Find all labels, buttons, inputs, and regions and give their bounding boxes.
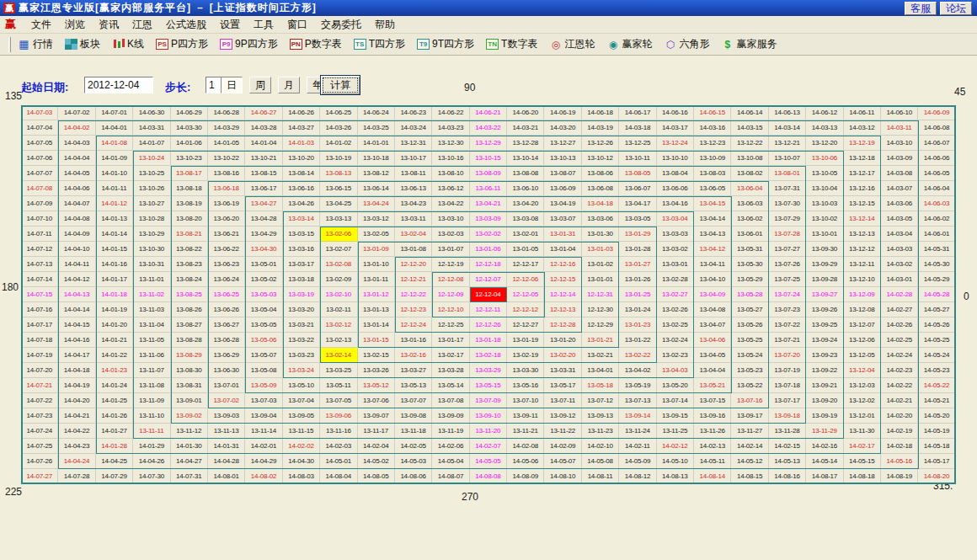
grid-cell[interactable]: 13-06-02 [731,211,768,227]
toolbar-item-P四方形[interactable]: PSP四方形 [156,37,208,51]
grid-cell[interactable]: 13-01-10 [358,257,395,272]
grid-cell[interactable]: 13-12-12 [844,242,881,257]
grid-cell[interactable]: 13-05-01 [245,257,282,272]
grid-cell[interactable]: 12-12-07 [470,272,507,287]
grid-cell[interactable]: 13-01-22 [619,333,656,348]
grid-cell[interactable]: 13-02-04 [395,227,432,242]
grid-cell[interactable]: 14-01-12 [96,196,133,211]
grid-cell[interactable]: 13-11-13 [208,424,245,439]
start-date-input[interactable] [84,77,153,93]
grid-cell[interactable]: 13-01-26 [619,272,656,287]
grid-cell[interactable]: 13-10-18 [358,151,395,166]
grid-cell[interactable]: 14-06-29 [171,105,208,120]
grid-cell[interactable]: 13-11-19 [432,424,469,439]
grid-cell[interactable]: 13-08-07 [544,166,581,181]
grid-cell[interactable]: 13-04-18 [582,196,619,211]
grid-cell[interactable]: 14-08-07 [432,469,469,484]
grid-cell[interactable]: 14-05-20 [918,408,955,424]
grid-cell[interactable]: 14-06-02 [918,211,955,227]
grid-cell[interactable]: 13-10-28 [133,211,170,227]
grid-cell[interactable]: 13-12-21 [769,136,806,151]
grid-cell[interactable]: 14-06-14 [731,105,768,120]
grid-cell[interactable]: 13-05-16 [507,378,544,393]
grid-cell[interactable]: 13-04-21 [470,196,507,211]
grid-cell[interactable]: 14-04-14 [58,302,95,317]
grid-cell[interactable]: 13-01-19 [507,333,544,348]
grid-cell[interactable]: 13-04-05 [694,348,731,363]
grid-cell[interactable]: 12-12-11 [470,302,507,317]
grid-cell[interactable]: 14-03-06 [881,196,918,211]
grid-cell[interactable]: 13-05-04 [245,302,282,317]
grid-cell[interactable]: 12-12-15 [544,272,581,287]
grid-cell[interactable]: 13-12-15 [844,196,881,211]
grid-cell[interactable]: 13-03-06 [582,211,619,227]
grid-cell[interactable]: 13-08-20 [171,211,208,227]
grid-cell[interactable]: 13-03-01 [657,257,694,272]
grid-cell[interactable]: 14-06-22 [432,105,469,120]
grid-cell[interactable]: 14-01-19 [96,302,133,317]
grid-cell[interactable]: 13-03-17 [283,257,320,272]
grid-cell[interactable]: 13-11-30 [844,424,881,439]
grid-cell[interactable]: 13-06-11 [470,181,507,196]
grid-cell[interactable]: 14-01-02 [320,136,357,151]
grid-cell[interactable]: 13-11-01 [133,272,170,287]
grid-cell[interactable]: 14-05-31 [918,242,955,257]
grid-cell[interactable]: 13-02-28 [657,272,694,287]
grid-cell[interactable]: 13-04-24 [358,196,395,211]
grid-cell[interactable]: 14-08-20 [918,469,955,484]
grid-cell[interactable]: 14-06-09 [918,105,955,120]
grid-cell[interactable]: 13-04-20 [507,196,544,211]
grid-cell[interactable]: 13-09-27 [806,287,843,302]
grid-cell[interactable]: 13-04-19 [544,196,581,211]
grid-cell[interactable]: 13-11-16 [320,424,357,439]
grid-cell[interactable]: 14-01-25 [96,393,133,408]
grid-cell[interactable]: 14-06-10 [881,105,918,120]
grid-cell[interactable]: 13-07-03 [245,393,282,408]
grid-cell[interactable]: 14-02-16 [806,439,843,454]
grid-cell[interactable]: 13-03-13 [320,211,357,227]
grid-cell[interactable]: 14-03-13 [806,120,843,136]
grid-cell[interactable]: 13-08-22 [171,242,208,257]
grid-cell[interactable]: 14-07-22 [21,393,58,408]
grid-cell[interactable]: 13-10-06 [806,151,843,166]
grid-cell[interactable]: 13-04-02 [619,363,656,378]
grid-cell[interactable]: 14-05-29 [918,272,955,287]
grid-cell[interactable]: 13-02-07 [320,242,357,257]
grid-cell[interactable]: 14-02-22 [881,378,918,393]
grid-cell[interactable]: 13-09-22 [806,363,843,378]
grid-cell[interactable]: 13-01-09 [358,242,395,257]
grid-cell[interactable]: 13-08-21 [171,227,208,242]
grid-cell[interactable]: 13-10-08 [731,151,768,166]
grid-cell[interactable]: 14-06-25 [320,105,357,120]
grid-cell[interactable]: 13-02-22 [619,348,656,363]
grid-cell[interactable]: 13-03-11 [395,211,432,227]
grid-cell[interactable]: 13-01-20 [544,333,581,348]
grid-cell[interactable]: 13-05-02 [245,272,282,287]
grid-cell[interactable]: 13-05-28 [731,287,768,302]
grid-cell[interactable]: 13-06-13 [395,181,432,196]
grid-cell[interactable]: 14-01-01 [358,136,395,151]
grid-cell[interactable]: 13-12-16 [844,181,881,196]
period-button-月[interactable]: 月 [278,77,300,93]
grid-cell[interactable]: 14-08-13 [657,469,694,484]
period-button-日[interactable]: 日 [221,77,243,93]
grid-cell[interactable]: 13-12-22 [731,136,768,151]
grid-cell[interactable]: 14-06-24 [358,105,395,120]
period-button-周[interactable]: 周 [249,77,271,93]
grid-cell[interactable]: 12-12-22 [395,287,432,302]
grid-cell[interactable]: 14-01-09 [96,151,133,166]
grid-cell[interactable]: 13-01-02 [582,257,619,272]
grid-cell[interactable]: 13-03-16 [283,242,320,257]
grid-cell[interactable]: 13-09-24 [806,333,843,348]
grid-cell[interactable]: 13-09-13 [582,408,619,424]
grid-cell[interactable]: 14-01-27 [96,424,133,439]
grid-cell[interactable]: 12-12-20 [395,257,432,272]
grid-cell[interactable]: 14-08-02 [245,469,282,484]
grid-cell[interactable]: 13-02-19 [507,348,544,363]
grid-cell[interactable]: 14-01-16 [96,257,133,272]
grid-cell[interactable]: 13-03-28 [432,363,469,378]
grid-cell[interactable]: 14-05-18 [918,439,955,454]
grid-cell[interactable]: 13-05-13 [395,378,432,393]
grid-cell[interactable]: 14-07-25 [21,439,58,454]
grid-cell[interactable]: 13-08-13 [320,166,357,181]
